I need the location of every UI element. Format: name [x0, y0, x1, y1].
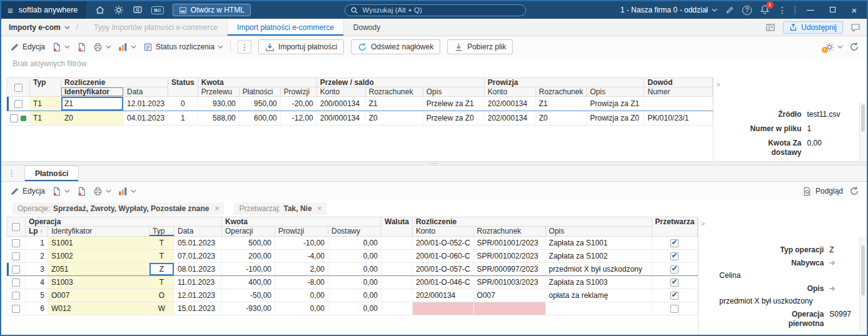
c-data[interactable]: 07.01.2023: [174, 250, 222, 263]
c-select[interactable]: [7, 302, 26, 315]
c-waluta[interactable]: [381, 263, 413, 276]
edit-button[interactable]: Edycja: [10, 42, 45, 52]
expand-columns-icon[interactable]: >: [701, 220, 705, 227]
c-lp[interactable]: 2: [26, 250, 48, 263]
c-operacji[interactable]: -100,00: [222, 263, 275, 276]
c-platnosci[interactable]: 950,00: [239, 97, 280, 111]
chat-icon[interactable]: [850, 22, 860, 32]
c-select[interactable]: [7, 276, 26, 289]
select-all-checkbox[interactable]: [12, 223, 20, 231]
tab-typy-importow[interactable]: Typy importów płatności e-commerce: [84, 19, 227, 36]
c-prowizji[interactable]: -12,00: [280, 111, 316, 126]
c-przetwarzaj[interactable]: ✔: [652, 289, 698, 302]
col-identyfikator[interactable]: Identyfikator: [61, 87, 124, 97]
refresh-grid-icon[interactable]: [849, 42, 859, 52]
c-select[interactable]: [7, 250, 26, 263]
c-konto[interactable]: 202/000134: [412, 289, 473, 302]
c-typ[interactable]: T: [149, 237, 174, 250]
grid-settings-button[interactable]: !: [825, 42, 843, 52]
colgroup-operacja[interactable]: Operacja: [26, 217, 222, 227]
przetwarzaj-checkbox[interactable]: ✔: [670, 305, 679, 313]
c-typ[interactable]: O: [149, 289, 174, 302]
tab-platnosci[interactable]: Płatności: [24, 166, 79, 181]
filter-chip-przetwarzaj[interactable]: Przetwarzaj: Tak, Nie ×: [234, 202, 326, 215]
c-prowizji[interactable]: -8,00: [275, 276, 328, 289]
col-pr-konto[interactable]: Konto: [484, 87, 535, 97]
c-dostawy[interactable]: 0,00: [328, 263, 381, 276]
c-pr-opis[interactable]: Prowizja za Z1: [587, 97, 644, 111]
c-opis[interactable]: [545, 302, 652, 315]
col-waluta[interactable]: Waluta: [381, 217, 413, 237]
col-dostawy[interactable]: Dostawy: [328, 227, 381, 237]
c-ps-konto[interactable]: 200/000134: [316, 111, 365, 126]
c-identyfikator[interactable]: S1001: [48, 237, 149, 250]
settings-sun-icon[interactable]: [114, 5, 124, 15]
c-operacji[interactable]: -930,00: [222, 302, 275, 315]
c-konto[interactable]: 200/01-O-046-C: [412, 276, 473, 289]
c-data[interactable]: 15.01.2023: [174, 302, 222, 315]
c-przetwarzaj[interactable]: ✔: [652, 237, 698, 250]
c-select[interactable]: [7, 263, 26, 276]
help-icon[interactable]: ?: [742, 6, 752, 15]
col-platnosci[interactable]: Płatności: [239, 87, 280, 97]
c-opis[interactable]: Zapłata za S1003: [545, 276, 652, 289]
print-button[interactable]: [93, 187, 111, 196]
c-przelewu[interactable]: 930,00: [198, 97, 239, 111]
c-typ[interactable]: T1: [30, 111, 61, 126]
bc-icon[interactable]: BC: [151, 6, 164, 14]
c-rozrachunek[interactable]: SPR/001003/2023: [473, 276, 545, 289]
c-operacji[interactable]: 200,00: [222, 250, 275, 263]
delete-record-button[interactable]: [77, 187, 86, 196]
col-data[interactable]: Data: [174, 227, 222, 237]
detail-value[interactable]: przedmiot X był uszkodzony: [708, 297, 867, 305]
c-opis[interactable]: opłata za reklamę: [545, 289, 652, 302]
c-ps-rozrachunek[interactable]: Z1: [365, 97, 423, 111]
share-button[interactable]: Udostępnij: [783, 21, 843, 34]
col-ps-konto[interactable]: Konto: [316, 87, 365, 97]
c-prowizji[interactable]: -10,00: [275, 237, 328, 250]
c-dostawy[interactable]: 0,00: [328, 250, 381, 263]
col-ps-rozrachunek[interactable]: Rozrachunek: [365, 87, 423, 97]
przetwarzaj-checkbox[interactable]: ✔: [670, 279, 679, 287]
c-pr-rozrachunek[interactable]: Z0: [535, 111, 587, 126]
c-platnosci[interactable]: 600,00: [239, 111, 280, 126]
c-prowizji[interactable]: 0,00: [275, 302, 328, 315]
new-record-button[interactable]: [52, 42, 70, 52]
col-konto[interactable]: Konto: [412, 227, 473, 237]
c-pr-konto[interactable]: 202/000134: [484, 111, 535, 126]
select-all-header[interactable]: [7, 217, 26, 237]
table-row[interactable]: 5 O007 O 12.01.2023 -50,00 0,00 0,00 202…: [7, 289, 698, 302]
detail-value[interactable]: 0,00: [807, 139, 821, 148]
c-identyfikator[interactable]: S1002: [48, 250, 149, 263]
monitor-icon[interactable]: [133, 5, 143, 15]
c-lp[interactable]: 6: [26, 302, 48, 315]
col-operacji[interactable]: Operacji: [222, 227, 275, 237]
c-lp[interactable]: 4: [26, 276, 48, 289]
row-checkbox[interactable]: [14, 100, 23, 108]
c-lp[interactable]: 5: [26, 289, 48, 302]
analytics-button[interactable]: [118, 187, 136, 196]
payments-scrollbar[interactable]: [859, 237, 866, 332]
c-status[interactable]: 0: [168, 97, 198, 111]
col-prowizji[interactable]: Prowizji: [275, 227, 328, 237]
home-icon[interactable]: [95, 5, 105, 15]
row-checkbox[interactable]: [12, 239, 20, 247]
col-opis[interactable]: Opis: [545, 227, 652, 237]
panel-layout-icon[interactable]: [765, 22, 775, 32]
c-ps-opis[interactable]: Przelew za Z0: [423, 111, 484, 126]
refresh-grid-icon[interactable]: [849, 186, 859, 196]
import-payments-button[interactable]: Importuj płatności: [258, 39, 344, 54]
c-prowizji[interactable]: -4,00: [275, 250, 328, 263]
col-numer[interactable]: Numer: [644, 87, 713, 97]
row-checkbox[interactable]: [12, 292, 20, 300]
c-rozrachunek[interactable]: SPR/000997/2023: [473, 263, 545, 276]
c-select[interactable]: [7, 237, 26, 250]
c-data[interactable]: 05.01.2023: [174, 237, 222, 250]
payments-kebab-menu[interactable]: ⋮: [8, 169, 16, 178]
c-select[interactable]: [7, 111, 30, 126]
hamburger-menu-icon[interactable]: ≡: [8, 5, 13, 16]
c-waluta[interactable]: [381, 276, 413, 289]
c-dowod-numer[interactable]: [644, 97, 713, 111]
minimize-button[interactable]: —: [804, 6, 817, 14]
c-rozrachunek[interactable]: SPR/001001/2023: [473, 237, 545, 250]
